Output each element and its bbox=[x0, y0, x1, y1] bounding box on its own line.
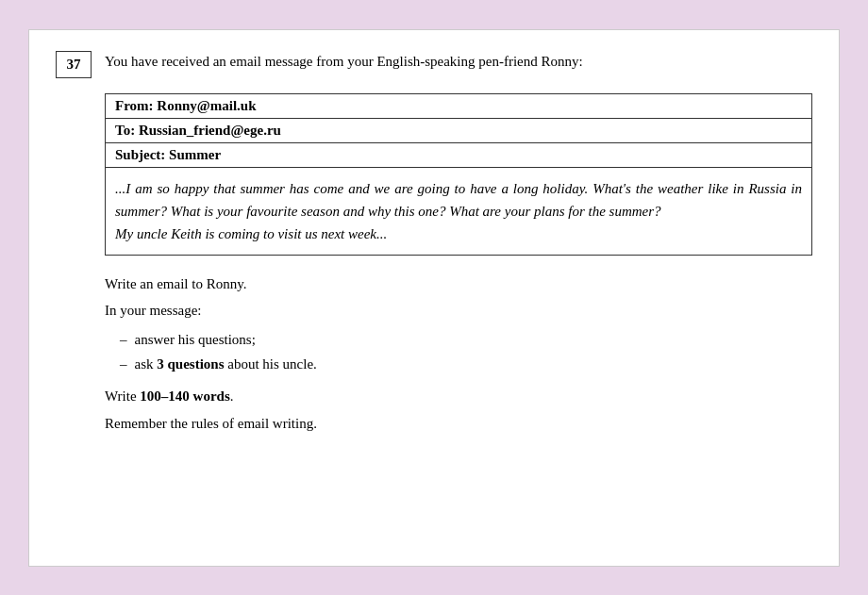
from-value: Ronny@mail.uk bbox=[157, 98, 256, 113]
bullet-text-1: answer his questions; bbox=[135, 328, 256, 351]
email-box: From: Ronny@mail.uk To: Russian_friend@e… bbox=[105, 93, 812, 256]
bullet-list: – answer his questions; – ask 3 question… bbox=[105, 328, 812, 375]
word-count-line: Write 100–140 words. bbox=[105, 385, 812, 408]
list-item: – answer his questions; bbox=[105, 328, 812, 351]
question-intro: You have received an email message from … bbox=[105, 51, 583, 73]
to-label: To: bbox=[115, 123, 135, 138]
email-from-row: From: Ronny@mail.uk bbox=[106, 94, 811, 119]
subject-label: Subject: bbox=[115, 147, 165, 162]
email-body: ...I am so happy that summer has come an… bbox=[106, 168, 811, 255]
instructions-section: Write an email to Ronny. In your message… bbox=[105, 273, 812, 436]
bullet-dash: – bbox=[120, 328, 127, 351]
to-value: Russian_friend@ege.ru bbox=[139, 123, 281, 138]
word-count-bold: 100–140 words bbox=[140, 388, 229, 404]
email-to-row: To: Russian_friend@ege.ru bbox=[106, 119, 811, 143]
question-card: 37 You have received an email message fr… bbox=[28, 29, 840, 567]
from-label: From: bbox=[115, 98, 154, 113]
question-header: 37 You have received an email message fr… bbox=[56, 51, 812, 78]
question-number: 37 bbox=[56, 51, 92, 78]
reminder-line: Remember the rules of email writing. bbox=[105, 412, 812, 436]
bullet-dash: – bbox=[120, 353, 127, 375]
instruction-line2: In your message: bbox=[105, 299, 812, 322]
list-item: – ask 3 questions about his uncle. bbox=[105, 353, 812, 375]
instruction-line1: Write an email to Ronny. bbox=[105, 273, 812, 296]
email-subject-row: Subject: Summer bbox=[106, 143, 811, 168]
bullet-text-2: ask 3 questions about his uncle. bbox=[135, 353, 317, 375]
subject-value: Summer bbox=[169, 147, 221, 162]
